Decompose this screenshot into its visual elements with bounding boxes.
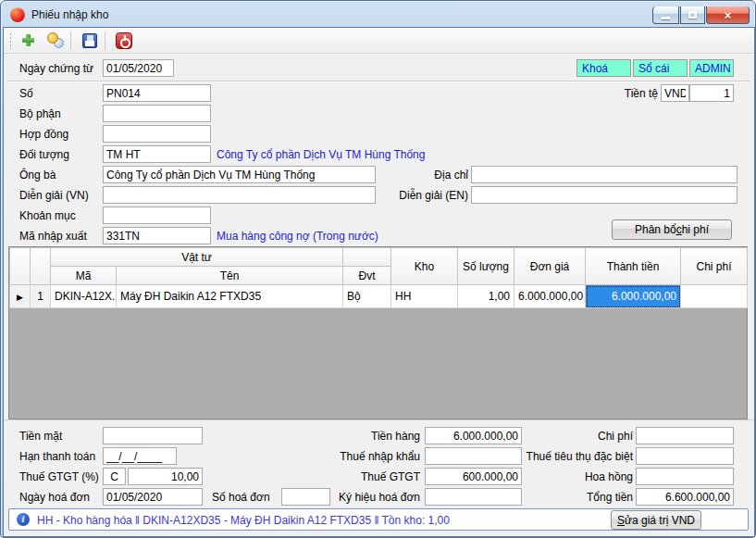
- doi-tuong-input[interactable]: [103, 145, 211, 163]
- han-thanh-toan-label: Hạn thanh toán: [19, 450, 95, 463]
- divider: [7, 81, 750, 82]
- cell-dvt[interactable]: Bộ: [343, 285, 391, 308]
- ong-ba-input[interactable]: [103, 166, 376, 183]
- tien-te-rate-input[interactable]: [689, 84, 734, 102]
- cell-ma[interactable]: DKIN-A12X...: [51, 285, 117, 308]
- column-header-don-gia[interactable]: Đơn giá: [514, 248, 586, 285]
- thue-ttdb-label: Thuế tiêu thụ đặc biệt: [485, 450, 633, 463]
- coins-button[interactable]: [43, 30, 68, 52]
- toolbar-grip[interactable]: [9, 32, 12, 49]
- hoa-hong-input[interactable]: [636, 468, 734, 485]
- thue-gtgt-pct-input[interactable]: [128, 468, 203, 485]
- save-icon: [82, 33, 97, 48]
- maximize-button[interactable]: [680, 6, 705, 24]
- cell-chi-phi[interactable]: [681, 285, 748, 308]
- cell-don-gia[interactable]: 6.000.000,00: [514, 285, 586, 308]
- ngay-chung-tu-label: Ngày chứng từ: [19, 62, 93, 75]
- hop-dong-input[interactable]: [103, 125, 211, 143]
- han-thanh-toan-input[interactable]: [103, 447, 177, 465]
- dien-giai-en-label: Diễn giải (EN): [378, 189, 468, 202]
- khoan-muc-label: Khoản mục: [19, 209, 76, 222]
- row-selector-cell[interactable]: ▶: [10, 285, 31, 308]
- chi-phi-label: Chi phí: [485, 430, 633, 443]
- close-button[interactable]: ×: [706, 6, 750, 24]
- row-number-header: [31, 248, 51, 285]
- toolbar-separator: [70, 31, 71, 50]
- user-flag[interactable]: ADMIN: [689, 59, 734, 77]
- thue-ttdb-input[interactable]: [636, 447, 734, 465]
- thue-gtgt-label: Thuế GTGT: [314, 470, 420, 483]
- column-header-ma[interactable]: Mã: [51, 267, 117, 285]
- column-header-chi-phi[interactable]: Chi phí: [681, 248, 748, 285]
- window-controls: ×: [652, 6, 750, 24]
- tien-te-currency-input[interactable]: [661, 84, 689, 102]
- tong-tien-input[interactable]: [636, 488, 734, 506]
- tien-hang-label: Tiền hàng: [314, 430, 420, 443]
- so-input[interactable]: [103, 84, 211, 102]
- toolbar: [4, 28, 754, 54]
- minimize-icon: [662, 17, 670, 19]
- coins-icon: [47, 32, 64, 48]
- tien-mat-label: Tiền mặt: [19, 430, 62, 443]
- so-label: Số: [19, 87, 33, 100]
- hop-dong-label: Hợp đồng: [19, 128, 68, 141]
- khoan-muc-input[interactable]: [103, 206, 211, 224]
- maximize-icon: [688, 11, 697, 19]
- column-header-thanh-tien[interactable]: Thành tiền: [586, 248, 681, 285]
- phan-bo-chi-phi-button[interactable]: Phân bổ chi phí: [612, 219, 732, 240]
- row-number-cell[interactable]: 1: [31, 285, 51, 308]
- table-row: ▶ 1 DKIN-A12X... Máy ĐH Daikin A12 FTXD3…: [10, 285, 748, 308]
- chi-phi-input[interactable]: [636, 427, 734, 444]
- so-cai-flag[interactable]: Sổ cái: [633, 59, 688, 77]
- thue-gtgt-code-input[interactable]: [103, 468, 126, 485]
- group-header-vat-tu[interactable]: Vật tư: [51, 248, 343, 267]
- column-header-ten[interactable]: Tên: [117, 267, 343, 285]
- hoa-hong-label: Hoa hồng: [485, 470, 633, 483]
- dia-chi-input[interactable]: [471, 166, 737, 183]
- titlebar[interactable]: Phiếu nhập kho ×: [1, 1, 755, 28]
- column-header-kho[interactable]: Kho: [391, 248, 458, 285]
- app-icon: [10, 7, 25, 22]
- doi-tuong-label: Đối tượng: [19, 148, 69, 161]
- ong-ba-label: Ông bà: [19, 169, 56, 181]
- save-button[interactable]: [78, 30, 102, 52]
- ngay-hoa-don-input[interactable]: [103, 488, 203, 506]
- khoa-flag[interactable]: Khoá: [576, 59, 631, 77]
- items-table: Vật tư Kho Số lượng Đơn giá Thành tiền C…: [9, 247, 748, 308]
- doi-tuong-display: Công Ty cổ phần Dịch Vụ TM Hùng Thống: [217, 148, 425, 161]
- so-hoa-don-label: Số hoá đơn: [212, 491, 270, 504]
- add-icon: [21, 33, 35, 47]
- cell-ten[interactable]: Máy ĐH Daikin A12 FTXD35: [117, 285, 343, 308]
- dien-giai-vn-label: Diễn giải (VN): [19, 189, 89, 202]
- cell-kho[interactable]: HH: [391, 285, 458, 308]
- bo-phan-input[interactable]: [103, 105, 211, 122]
- ky-hieu-hoa-don-label: Ký hiệu hoá đơn: [335, 491, 420, 504]
- ma-nhap-xuat-display: Mua hàng công nợ (Trong nước): [217, 230, 378, 243]
- ma-nhap-xuat-label: Mã nhập xuất: [19, 230, 87, 243]
- window-title: Phiếu nhập kho: [31, 8, 108, 21]
- sua-gia-tri-vnd-button[interactable]: Sửa giá trị VND: [611, 510, 701, 530]
- cell-thanh-tien-selected[interactable]: 6.000.000,00: [586, 285, 681, 308]
- column-header-dvt[interactable]: Đvt: [343, 267, 391, 285]
- so-hoa-don-input[interactable]: [281, 488, 330, 506]
- add-button[interactable]: [16, 30, 40, 52]
- ngay-hoa-don-label: Ngày hoá đơn: [19, 491, 90, 504]
- dien-giai-en-input[interactable]: [471, 186, 737, 204]
- tien-mat-input[interactable]: [103, 427, 203, 444]
- status-bar: i HH - Kho hàng hóa ‖ DKIN-A12XD35 - Máy…: [8, 508, 749, 531]
- power-icon: [116, 32, 132, 49]
- dien-giai-vn-input[interactable]: [103, 186, 376, 204]
- cell-so-luong[interactable]: 1,00: [458, 285, 514, 308]
- client-area: Ngày chứng từ Khoá Sổ cái ADMIN Số Tiền …: [4, 28, 754, 536]
- exit-button[interactable]: [112, 30, 136, 52]
- items-grid: Vật tư Kho Số lượng Đơn giá Thành tiền C…: [8, 246, 748, 419]
- thue-nhap-khau-label: Thuế nhập khẩu: [314, 450, 420, 463]
- row-selector-header: [10, 248, 31, 285]
- dvt-header-spacer: [343, 248, 391, 267]
- tien-te-label: Tiền tệ: [570, 87, 658, 100]
- ma-nhap-xuat-input[interactable]: [103, 227, 211, 244]
- column-header-so-luong[interactable]: Số lượng: [458, 248, 514, 285]
- ngay-chung-tu-input[interactable]: [103, 59, 174, 77]
- window: Phiếu nhập kho × Ngày chứng từ Khoá Sổ c…: [0, 0, 756, 538]
- minimize-button[interactable]: [652, 6, 679, 24]
